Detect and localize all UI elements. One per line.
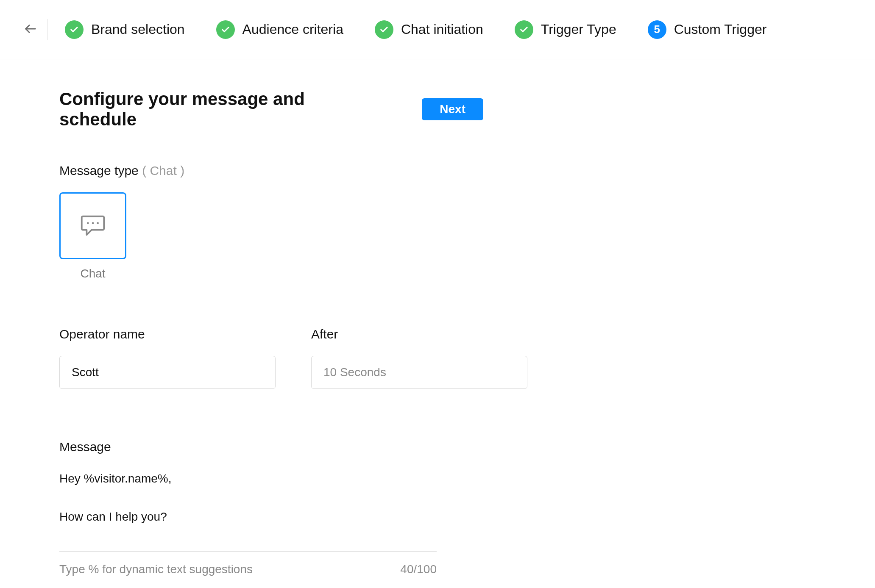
message-counter: 40/100 [400, 563, 437, 576]
svg-point-3 [97, 222, 99, 224]
message-type-section: Message type ( Chat ) Chat [59, 164, 483, 280]
step-label: Audience criteria [242, 22, 343, 37]
step-number: 5 [654, 23, 660, 36]
svg-point-2 [92, 222, 94, 224]
chat-bubble-icon [78, 210, 108, 241]
operator-name-label: Operator name [59, 327, 276, 341]
page-title: Configure your message and schedule [59, 89, 346, 130]
step-label: Chat initiation [401, 22, 483, 37]
message-section: Message Type % for dynamic text suggesti… [59, 440, 483, 576]
message-type-label-text: Message type [59, 164, 139, 178]
after-label: After [311, 327, 527, 341]
step-number-icon: 5 [648, 20, 666, 39]
operator-name-field: Operator name [59, 327, 276, 389]
form-row: Operator name After [59, 327, 483, 389]
step-label: Brand selection [91, 22, 185, 37]
check-circle-icon [65, 20, 84, 39]
message-type-option-chat[interactable] [59, 192, 126, 259]
step-label: Custom Trigger [674, 22, 767, 37]
message-type-option-label: Chat [59, 267, 126, 280]
svg-point-1 [87, 222, 89, 224]
back-button[interactable] [18, 22, 43, 38]
step-label: Trigger Type [541, 22, 616, 37]
stepper: Brand selection Audience criteria Chat i… [65, 20, 766, 39]
check-circle-icon [375, 20, 393, 39]
header-divider [47, 19, 48, 40]
message-type-selected: ( Chat ) [142, 164, 184, 178]
operator-name-input[interactable] [59, 356, 276, 389]
after-select[interactable] [311, 356, 527, 389]
step-custom-trigger[interactable]: 5 Custom Trigger [648, 20, 767, 39]
message-textarea[interactable] [59, 467, 437, 552]
step-audience-criteria[interactable]: Audience criteria [216, 20, 343, 39]
step-trigger-type[interactable]: Trigger Type [515, 20, 616, 39]
step-brand-selection[interactable]: Brand selection [65, 20, 185, 39]
main-content: Configure your message and schedule Next… [0, 59, 543, 576]
arrow-left-icon [23, 22, 38, 38]
wizard-header: Brand selection Audience criteria Chat i… [0, 0, 875, 59]
after-field: After [311, 327, 527, 389]
title-row: Configure your message and schedule Next [59, 89, 483, 130]
check-circle-icon [515, 20, 533, 39]
next-button[interactable]: Next [422, 98, 483, 120]
message-label: Message [59, 440, 483, 454]
message-footer: Type % for dynamic text suggestions 40/1… [59, 563, 437, 576]
message-hint: Type % for dynamic text suggestions [59, 563, 253, 576]
message-type-label: Message type ( Chat ) [59, 164, 483, 178]
step-chat-initiation[interactable]: Chat initiation [375, 20, 483, 39]
check-circle-icon [216, 20, 235, 39]
